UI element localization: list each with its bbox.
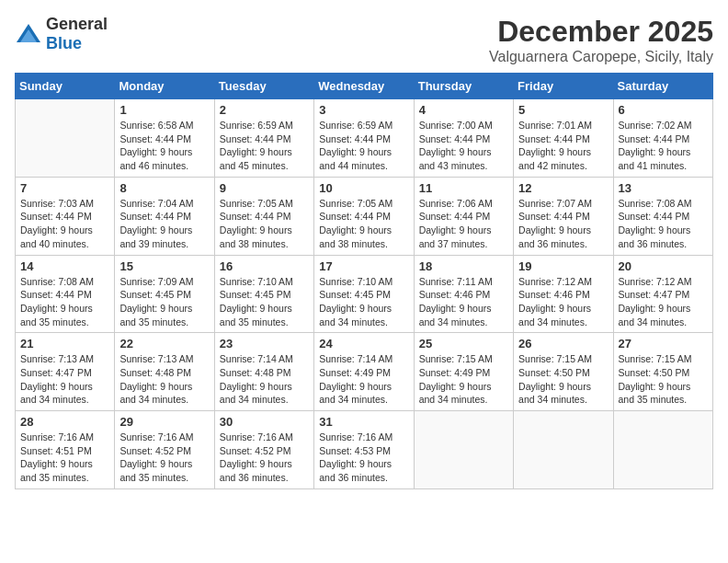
day-of-week-header: Monday — [115, 74, 214, 99]
calendar-cell: 31Sunrise: 7:16 AMSunset: 4:53 PMDayligh… — [314, 411, 414, 489]
day-of-week-header: Thursday — [414, 74, 513, 99]
calendar-cell: 29Sunrise: 7:16 AMSunset: 4:52 PMDayligh… — [115, 411, 214, 489]
calendar-week-row: 28Sunrise: 7:16 AMSunset: 4:51 PMDayligh… — [16, 411, 713, 489]
calendar-cell: 17Sunrise: 7:10 AMSunset: 4:45 PMDayligh… — [314, 255, 414, 333]
calendar-cell: 2Sunrise: 6:59 AMSunset: 4:44 PMDaylight… — [214, 99, 313, 178]
day-number: 9 — [220, 181, 309, 195]
logo-icon — [15, 20, 42, 48]
calendar-cell: 4Sunrise: 7:00 AMSunset: 4:44 PMDaylight… — [414, 99, 513, 178]
day-info: Sunrise: 7:13 AMSunset: 4:47 PMDaylight:… — [20, 352, 109, 407]
calendar-cell: 28Sunrise: 7:16 AMSunset: 4:51 PMDayligh… — [16, 411, 115, 489]
day-number: 17 — [319, 259, 408, 273]
calendar-cell: 20Sunrise: 7:12 AMSunset: 4:47 PMDayligh… — [613, 255, 712, 333]
calendar-cell: 26Sunrise: 7:15 AMSunset: 4:50 PMDayligh… — [514, 333, 613, 411]
day-info: Sunrise: 7:00 AMSunset: 4:44 PMDaylight:… — [419, 119, 508, 173]
day-number: 5 — [518, 103, 608, 117]
calendar-cell: 6Sunrise: 7:02 AMSunset: 4:44 PMDaylight… — [613, 99, 712, 178]
day-number: 22 — [119, 337, 209, 350]
calendar-cell: 1Sunrise: 6:58 AMSunset: 4:44 PMDaylight… — [115, 99, 214, 178]
calendar-cell: 11Sunrise: 7:06 AMSunset: 4:44 PMDayligh… — [414, 177, 513, 255]
day-number: 19 — [518, 259, 608, 273]
day-info: Sunrise: 7:05 AMSunset: 4:44 PMDaylight:… — [319, 197, 408, 251]
calendar-cell: 9Sunrise: 7:05 AMSunset: 4:44 PMDaylight… — [214, 177, 313, 255]
calendar-header-row: SundayMondayTuesdayWednesdayThursdayFrid… — [16, 74, 713, 99]
day-number: 20 — [619, 259, 708, 273]
day-number: 16 — [220, 259, 309, 273]
day-info: Sunrise: 7:15 AMSunset: 4:49 PMDaylight:… — [419, 352, 508, 407]
calendar-cell: 19Sunrise: 7:12 AMSunset: 4:46 PMDayligh… — [514, 255, 613, 333]
day-number: 4 — [419, 103, 508, 117]
day-number: 25 — [419, 337, 508, 350]
day-info: Sunrise: 6:59 AMSunset: 4:44 PMDaylight:… — [319, 119, 408, 173]
day-info: Sunrise: 7:04 AMSunset: 4:44 PMDaylight:… — [119, 197, 209, 251]
calendar-cell: 18Sunrise: 7:11 AMSunset: 4:46 PMDayligh… — [414, 255, 513, 333]
calendar-cell — [613, 411, 712, 489]
day-info: Sunrise: 7:12 AMSunset: 4:47 PMDaylight:… — [619, 275, 708, 329]
day-info: Sunrise: 7:06 AMSunset: 4:44 PMDaylight:… — [419, 197, 508, 251]
calendar-cell: 7Sunrise: 7:03 AMSunset: 4:44 PMDaylight… — [16, 177, 115, 255]
calendar-cell: 14Sunrise: 7:08 AMSunset: 4:44 PMDayligh… — [16, 255, 115, 333]
calendar-cell — [514, 411, 613, 489]
logo-general-text: General — [46, 15, 108, 33]
day-info: Sunrise: 6:59 AMSunset: 4:44 PMDaylight:… — [220, 119, 309, 173]
calendar-cell — [16, 99, 115, 178]
calendar-cell: 21Sunrise: 7:13 AMSunset: 4:47 PMDayligh… — [16, 333, 115, 411]
day-info: Sunrise: 7:12 AMSunset: 4:46 PMDaylight:… — [518, 275, 608, 329]
calendar-table: SundayMondayTuesdayWednesdayThursdayFrid… — [15, 73, 713, 489]
day-info: Sunrise: 7:09 AMSunset: 4:45 PMDaylight:… — [119, 275, 209, 329]
calendar-cell — [414, 411, 513, 489]
day-of-week-header: Friday — [514, 74, 613, 99]
day-info: Sunrise: 7:16 AMSunset: 4:52 PMDaylight:… — [220, 431, 309, 485]
day-info: Sunrise: 7:01 AMSunset: 4:44 PMDaylight:… — [518, 119, 608, 173]
day-number: 11 — [419, 181, 508, 195]
day-info: Sunrise: 7:03 AMSunset: 4:44 PMDaylight:… — [20, 197, 109, 251]
day-info: Sunrise: 7:13 AMSunset: 4:48 PMDaylight:… — [119, 352, 209, 407]
day-info: Sunrise: 7:08 AMSunset: 4:44 PMDaylight:… — [619, 197, 708, 251]
calendar-cell: 15Sunrise: 7:09 AMSunset: 4:45 PMDayligh… — [115, 255, 214, 333]
day-number: 28 — [20, 415, 109, 429]
calendar-cell: 24Sunrise: 7:14 AMSunset: 4:49 PMDayligh… — [314, 333, 414, 411]
calendar-week-row: 21Sunrise: 7:13 AMSunset: 4:47 PMDayligh… — [16, 333, 713, 411]
day-info: Sunrise: 7:16 AMSunset: 4:53 PMDaylight:… — [319, 431, 408, 485]
calendar-cell: 23Sunrise: 7:14 AMSunset: 4:48 PMDayligh… — [214, 333, 313, 411]
day-number: 6 — [619, 103, 708, 117]
day-info: Sunrise: 7:05 AMSunset: 4:44 PMDaylight:… — [220, 197, 309, 251]
day-info: Sunrise: 7:10 AMSunset: 4:45 PMDaylight:… — [319, 275, 408, 329]
calendar-cell: 12Sunrise: 7:07 AMSunset: 4:44 PMDayligh… — [514, 177, 613, 255]
day-number: 27 — [619, 337, 708, 350]
day-number: 24 — [319, 337, 408, 350]
calendar-week-row: 7Sunrise: 7:03 AMSunset: 4:44 PMDaylight… — [16, 177, 713, 255]
day-number: 13 — [619, 181, 708, 195]
calendar-cell: 3Sunrise: 6:59 AMSunset: 4:44 PMDaylight… — [314, 99, 414, 178]
day-number: 30 — [220, 415, 309, 429]
day-number: 21 — [20, 337, 109, 350]
day-number: 8 — [119, 181, 209, 195]
day-number: 3 — [319, 103, 408, 117]
day-of-week-header: Tuesday — [214, 74, 313, 99]
title-area: December 2025 Valguarnera Caropepe, Sici… — [489, 15, 713, 65]
day-number: 31 — [319, 415, 408, 429]
calendar-cell: 10Sunrise: 7:05 AMSunset: 4:44 PMDayligh… — [314, 177, 414, 255]
day-number: 26 — [518, 337, 608, 350]
day-info: Sunrise: 7:16 AMSunset: 4:51 PMDaylight:… — [20, 431, 109, 485]
day-info: Sunrise: 7:11 AMSunset: 4:46 PMDaylight:… — [419, 275, 508, 329]
day-number: 29 — [119, 415, 209, 429]
day-number: 10 — [319, 181, 408, 195]
day-info: Sunrise: 7:15 AMSunset: 4:50 PMDaylight:… — [518, 352, 608, 407]
day-number: 23 — [220, 337, 309, 350]
calendar-cell: 8Sunrise: 7:04 AMSunset: 4:44 PMDaylight… — [115, 177, 214, 255]
header: General Blue December 2025 Valguarnera C… — [15, 15, 713, 65]
day-info: Sunrise: 7:14 AMSunset: 4:48 PMDaylight:… — [220, 352, 309, 407]
calendar-cell: 5Sunrise: 7:01 AMSunset: 4:44 PMDaylight… — [514, 99, 613, 178]
logo-blue-text: Blue — [46, 34, 82, 52]
calendar-cell: 16Sunrise: 7:10 AMSunset: 4:45 PMDayligh… — [214, 255, 313, 333]
calendar-cell: 30Sunrise: 7:16 AMSunset: 4:52 PMDayligh… — [214, 411, 313, 489]
calendar-week-row: 1Sunrise: 6:58 AMSunset: 4:44 PMDaylight… — [16, 99, 713, 178]
day-info: Sunrise: 7:10 AMSunset: 4:45 PMDaylight:… — [220, 275, 309, 329]
day-info: Sunrise: 7:08 AMSunset: 4:44 PMDaylight:… — [20, 275, 109, 329]
calendar-body: 1Sunrise: 6:58 AMSunset: 4:44 PMDaylight… — [16, 99, 713, 489]
day-info: Sunrise: 7:07 AMSunset: 4:44 PMDaylight:… — [518, 197, 608, 251]
calendar-cell: 25Sunrise: 7:15 AMSunset: 4:49 PMDayligh… — [414, 333, 513, 411]
day-of-week-header: Saturday — [613, 74, 712, 99]
day-info: Sunrise: 7:16 AMSunset: 4:52 PMDaylight:… — [119, 431, 209, 485]
